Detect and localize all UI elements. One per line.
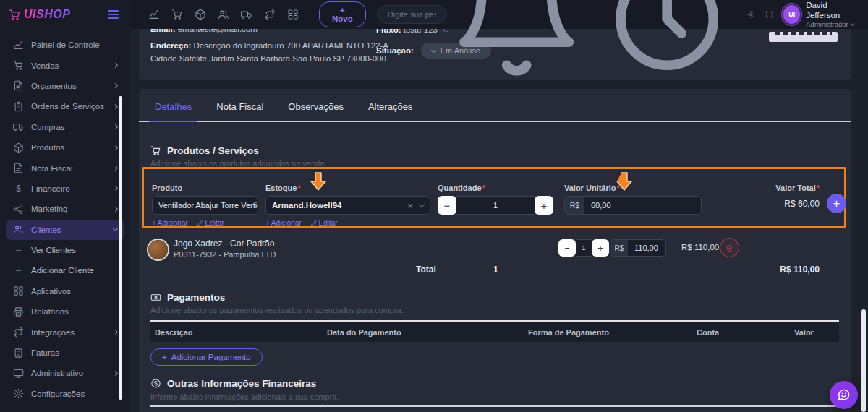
sidebar-item-configuracoes[interactable]: Configurações: [6, 384, 124, 404]
editar-produto-link[interactable]: Editar: [197, 219, 224, 227]
users-shortcut-icon[interactable]: [218, 9, 229, 20]
quantidade-stepper: − 1 +: [438, 196, 553, 215]
pencil-icon: [310, 220, 318, 227]
gear-icon: [13, 388, 24, 399]
adicionar-estoque-link[interactable]: + Adicionar: [265, 219, 302, 227]
sidebar-item-integracoes[interactable]: Integrações: [6, 322, 124, 342]
valor-unitario-label: Valor Unitário: [564, 184, 702, 192]
other-financial-subtitle: Informe abaixo informações adicionais a …: [150, 392, 339, 401]
tab-nota-fiscal[interactable]: Nota Fiscal: [216, 101, 263, 112]
user-name: David Jefferson: [806, 0, 856, 20]
sync-shortcut-icon[interactable]: [264, 9, 276, 20]
divider: [150, 405, 839, 407]
user-menu[interactable]: UI David Jefferson Administrador: [783, 0, 856, 29]
brand-logo[interactable]: UISHOP: [9, 8, 70, 21]
theme-toggle-sun-icon[interactable]: [747, 9, 754, 20]
chevron-right-icon: [113, 104, 118, 109]
clear-selection-icon[interactable]: ×: [407, 200, 413, 211]
product-name: Jogo Xadrez - Cor Padrão: [174, 239, 274, 249]
truck-icon: [13, 121, 24, 132]
sidebar-item-faturas[interactable]: Faturas: [6, 343, 124, 363]
quantidade-value[interactable]: 1: [456, 196, 535, 215]
row-unit-price-input[interactable]: R$ 110,00: [610, 239, 666, 257]
col-data-pagamento: Data do Pagamento: [327, 328, 401, 337]
chevron-right-icon: [113, 330, 118, 335]
tab-detalhes[interactable]: Detalhes: [155, 101, 192, 112]
tab-observacoes[interactable]: Observações: [288, 101, 344, 112]
valor-unitario-field-group: Valor Unitário R$ 60,00: [564, 184, 702, 215]
add-product-button[interactable]: +: [827, 194, 846, 213]
sidebar-scrollbar[interactable]: [119, 96, 122, 400]
brand-name: UISHOP: [24, 8, 70, 21]
grid-shortcut-icon[interactable]: [287, 9, 299, 20]
main-content: Email: emailteste@mail.com Endereço: Des…: [130, 29, 868, 412]
cart-icon: [150, 145, 161, 156]
total-label: Total: [416, 265, 436, 275]
sidebar-item-produtos[interactable]: Produtos: [6, 137, 124, 158]
cart-icon: [13, 60, 24, 71]
search-box[interactable]: [377, 5, 447, 24]
row-total: R$ 110,00: [681, 243, 719, 252]
currency-prefix: R$: [610, 240, 628, 256]
dollar-circle-icon: [150, 378, 161, 389]
new-button[interactable]: + Novo: [319, 1, 366, 27]
notifications-button[interactable]: 22: [447, 0, 586, 85]
search-input[interactable]: [388, 10, 436, 19]
pencil-icon: [197, 220, 204, 227]
chart-shortcut-icon[interactable]: [148, 9, 160, 20]
sidebar-item-nota-fiscal[interactable]: Nota Fiscal: [6, 158, 124, 178]
other-financial-title: Outras Informações Financeiras: [150, 378, 316, 389]
sidebar-item-compras[interactable]: Compras: [6, 117, 124, 137]
tab-alteracoes[interactable]: Alterações: [368, 101, 412, 112]
editar-estoque-link[interactable]: Editar: [310, 219, 338, 227]
sidebar-item-adicionar-cliente[interactable]: – Adicionar Cliente: [6, 260, 124, 280]
chat-smile-icon: [837, 388, 851, 402]
row-quantity-value[interactable]: 1: [576, 239, 592, 257]
sidebar-item-painel[interactable]: Painel de Controle: [6, 35, 124, 55]
chat-fab-button[interactable]: [830, 381, 858, 409]
cart-shortcut-icon[interactable]: [171, 9, 183, 20]
grand-total-value: R$ 110,00: [780, 265, 820, 275]
delete-row-button[interactable]: [720, 238, 739, 257]
chevron-down-icon: [113, 226, 118, 231]
sidebar-item-orcamentos[interactable]: Orçamentos: [6, 76, 124, 96]
sidebar-item-administrativo[interactable]: Administrativo: [6, 363, 124, 383]
sidebar-item-financeiro[interactable]: $ Financeiro: [6, 179, 124, 199]
quantidade-field-group: Quantidade − 1 +: [438, 184, 553, 215]
sidebar-item-ver-clientes[interactable]: – Ver Clientes: [6, 240, 124, 260]
page-scrollbar[interactable]: [861, 309, 866, 412]
package-shortcut-icon[interactable]: [195, 9, 206, 20]
payments-table-header: Descrição Data do Pagamento Forma de Pag…: [150, 320, 839, 342]
chevron-down-icon[interactable]: [419, 201, 425, 207]
add-payment-button[interactable]: + Adicionar Pagamento: [150, 348, 263, 366]
trash-icon: [726, 244, 733, 252]
increment-button[interactable]: +: [592, 239, 609, 257]
adicionar-produto-link[interactable]: + Adicionar: [152, 219, 188, 227]
sidebar-item-marketing[interactable]: Marketing: [6, 199, 124, 219]
sidebar-item-clientes[interactable]: Clientes: [6, 220, 124, 240]
fullscreen-icon[interactable]: [765, 9, 773, 20]
products-section-subtitle: Adicione abaixo os produtos adquiridos n…: [150, 159, 326, 168]
customer-address: Endereço: Descrição do logradouro 700 AP…: [150, 40, 391, 66]
hamburger-menu-icon[interactable]: [108, 10, 119, 19]
decrement-button[interactable]: −: [438, 196, 456, 215]
sidebar-item-relatorios[interactable]: Relatórios: [6, 301, 124, 322]
estoque-field-group: Estoque Armand.Howell94 × + Adicionar Ed…: [265, 184, 430, 227]
produto-input[interactable]: Ventilador Abajur Torre Vertical Ust: [152, 196, 258, 215]
users-icon: [13, 224, 24, 235]
sidebar-nav: Painel de Controle Vendas Orçamentos Ord…: [0, 29, 130, 404]
increment-button[interactable]: +: [535, 196, 553, 215]
alerts-button[interactable]: 26: [597, 0, 736, 85]
estoque-select[interactable]: Armand.Howell94 ×: [265, 196, 430, 215]
truck-shortcut-icon[interactable]: [241, 9, 252, 20]
dash-bullet: –: [13, 245, 24, 255]
detail-card: Detalhes Nota Fiscal Observações Alteraç…: [139, 89, 851, 412]
sidebar-item-vendas[interactable]: Vendas: [6, 55, 124, 75]
valor-total-label: Valor Total: [775, 184, 820, 192]
sidebar-item-ordens[interactable]: Ordens de Serviços: [6, 96, 124, 116]
sidebar-item-aplicativos[interactable]: Aplicativos: [6, 281, 124, 301]
chevron-right-icon: [113, 166, 118, 171]
chevron-down-icon: [851, 22, 855, 27]
valor-unitario-input[interactable]: R$ 60,00: [564, 196, 702, 215]
decrement-button[interactable]: −: [558, 239, 576, 257]
